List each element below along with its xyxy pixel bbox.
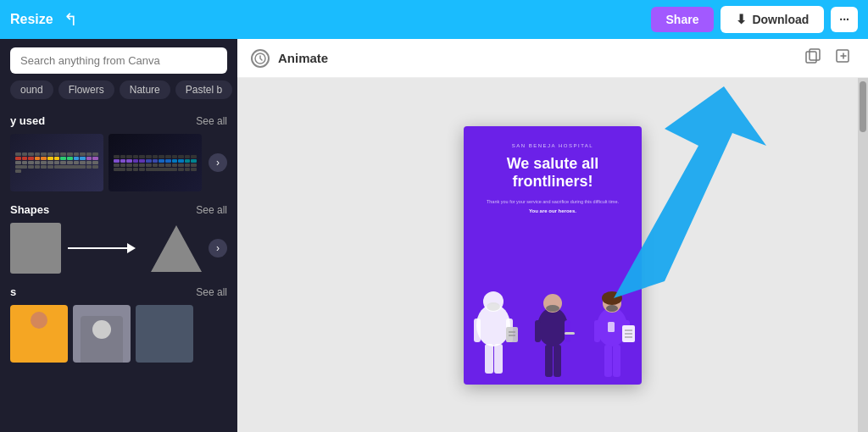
characters-section: s See all bbox=[0, 279, 237, 368]
figure-1 bbox=[464, 274, 523, 385]
svg-rect-18 bbox=[554, 345, 561, 377]
shape-arrowhead bbox=[127, 243, 136, 253]
shape-square[interactable] bbox=[10, 223, 61, 274]
svg-point-24 bbox=[602, 291, 622, 305]
svg-rect-28 bbox=[594, 320, 600, 342]
character-2[interactable] bbox=[73, 305, 131, 363]
resize-label: Resize bbox=[10, 12, 53, 27]
canvas-action-icons bbox=[802, 45, 854, 71]
figure-2 bbox=[523, 274, 582, 385]
shapes-next-arrow[interactable]: › bbox=[209, 239, 227, 258]
characters-header: s See all bbox=[10, 285, 227, 298]
svg-rect-19 bbox=[535, 320, 541, 342]
animate-icon bbox=[251, 49, 270, 68]
shapes-title: Shapes bbox=[10, 203, 49, 216]
scrollbar[interactable] bbox=[858, 78, 868, 432]
search-bar-container bbox=[0, 39, 237, 80]
characters-see-all[interactable]: See all bbox=[196, 286, 227, 298]
svg-point-16 bbox=[546, 305, 559, 312]
download-label: Download bbox=[752, 13, 809, 26]
canvas-area: Animate SAN BENE bbox=[237, 39, 868, 432]
card-description: Thank you for your service and sacrifice… bbox=[487, 198, 619, 206]
tag-sound[interactable]: ound bbox=[10, 80, 53, 99]
svg-rect-7 bbox=[485, 344, 493, 374]
more-options-button[interactable]: ··· bbox=[831, 7, 858, 32]
card-figures bbox=[464, 274, 642, 385]
svg-point-25 bbox=[606, 305, 618, 312]
card-hero-text: You are our heroes. bbox=[529, 208, 576, 213]
card-title: We salute all frontliners! bbox=[477, 155, 628, 191]
topbar-right: Share ⬇ Download ··· bbox=[651, 6, 858, 33]
share-button[interactable]: Share bbox=[651, 7, 715, 32]
keyboard-thumbnail-1[interactable] bbox=[10, 134, 103, 191]
svg-point-14 bbox=[537, 307, 568, 346]
shapes-header: Shapes See all bbox=[10, 203, 227, 216]
tag-row: ound Flowers Nature Pastel b › bbox=[0, 80, 237, 108]
scrollbar-thumb[interactable] bbox=[860, 81, 866, 132]
recently-used-next-arrow[interactable]: › bbox=[209, 153, 227, 172]
recently-used-grid: › bbox=[10, 134, 227, 191]
canvas-content[interactable]: SAN BENEJA HOSPITAL We salute all frontl… bbox=[237, 78, 868, 432]
character-3[interactable] bbox=[136, 305, 193, 363]
svg-rect-20 bbox=[565, 320, 570, 342]
search-input[interactable] bbox=[10, 47, 227, 74]
svg-rect-17 bbox=[545, 345, 553, 377]
recently-used-title: y used bbox=[10, 114, 45, 127]
topbar: Resize ↰ Share ⬇ Download ··· bbox=[0, 0, 868, 39]
shape-arrow-line[interactable] bbox=[68, 243, 144, 253]
download-button[interactable]: ⬇ Download bbox=[721, 6, 824, 33]
design-card[interactable]: SAN BENEJA HOSPITAL We salute all frontl… bbox=[464, 126, 642, 385]
shapes-grid: › bbox=[10, 223, 227, 274]
characters-title: s bbox=[10, 285, 16, 298]
svg-rect-26 bbox=[604, 345, 612, 377]
shapes-see-all[interactable]: See all bbox=[196, 204, 227, 216]
main-area: ound Flowers Nature Pastel b › y used Se… bbox=[0, 39, 868, 432]
shapes-section: Shapes See all › bbox=[0, 197, 237, 279]
shape-triangle[interactable] bbox=[151, 225, 202, 272]
svg-rect-2 bbox=[810, 49, 820, 60]
canvas-toolbar: Animate bbox=[237, 39, 868, 78]
topbar-left: Resize ↰ bbox=[10, 9, 78, 30]
keyboard-thumbnail-2[interactable] bbox=[108, 134, 202, 191]
svg-rect-21 bbox=[565, 332, 575, 335]
add-page-icon-button[interactable] bbox=[832, 45, 854, 71]
svg-rect-8 bbox=[494, 344, 503, 374]
animate-label: Animate bbox=[278, 51, 328, 65]
sidebar: ound Flowers Nature Pastel b › y used Se… bbox=[0, 39, 237, 432]
character-grid bbox=[10, 305, 227, 363]
tag-pastel[interactable]: Pastel b bbox=[175, 80, 232, 99]
undo-button[interactable]: ↰ bbox=[64, 9, 78, 30]
svg-rect-1 bbox=[806, 52, 816, 63]
svg-rect-34 bbox=[608, 322, 615, 332]
recently-used-section: y used See all bbox=[0, 108, 237, 197]
tag-nature[interactable]: Nature bbox=[120, 80, 170, 99]
recently-used-header: y used See all bbox=[10, 114, 227, 127]
figure-3 bbox=[582, 274, 642, 385]
character-1[interactable] bbox=[10, 305, 68, 363]
svg-rect-27 bbox=[613, 345, 620, 377]
recently-used-see-all[interactable]: See all bbox=[196, 115, 227, 127]
shape-line-bar bbox=[68, 247, 127, 249]
duplicate-icon-button[interactable] bbox=[802, 45, 824, 71]
svg-rect-11 bbox=[506, 327, 518, 342]
svg-rect-9 bbox=[474, 318, 481, 342]
download-icon: ⬇ bbox=[736, 12, 747, 27]
tag-flowers[interactable]: Flowers bbox=[58, 80, 114, 99]
card-subtitle: SAN BENEJA HOSPITAL bbox=[512, 143, 593, 148]
svg-point-6 bbox=[487, 302, 500, 311]
